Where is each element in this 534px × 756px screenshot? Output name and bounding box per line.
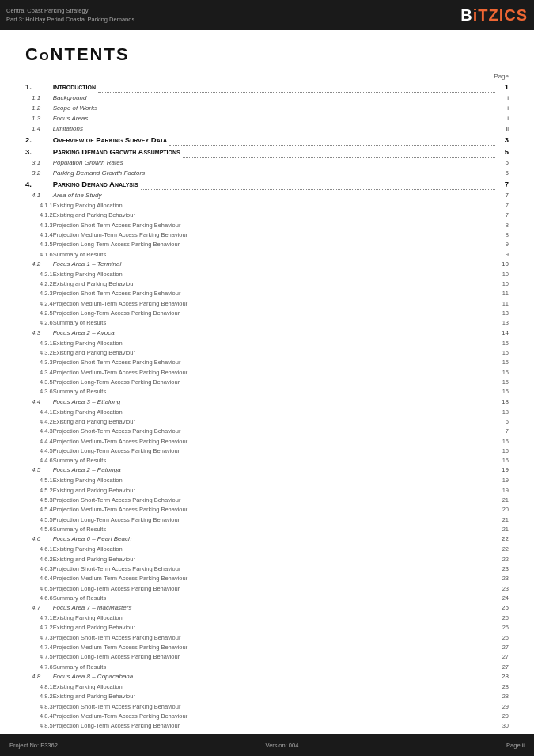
toc-dots (190, 644, 495, 652)
toc-dots (104, 193, 495, 200)
toc-num: 4.2.4 (25, 299, 53, 309)
toc-num: 4.7.2 (25, 623, 53, 633)
toc-row: 4.4.2Existing and Parking Behaviour6 (25, 417, 509, 427)
toc-page-num: 16 (498, 438, 509, 446)
toc-label-cell: Focus Area 1 – Terminal10 (53, 260, 509, 270)
toc-label-cell: Existing and Parking Behaviour10 (53, 279, 509, 289)
toc-num: 4.6.6 (25, 594, 53, 603)
toc-label-cell: Scope of Worksi (53, 104, 509, 114)
toc-label-cell: Focus Areasi (53, 114, 509, 124)
toc-num: 4.4.2 (25, 417, 53, 427)
toc-label-text: Projection Medium-Term Access Parking Be… (53, 506, 188, 514)
toc-label-text: Scope of Works (53, 104, 97, 113)
toc-page-num: 19 (498, 466, 509, 475)
toc-page-num: 27 (498, 644, 509, 652)
toc-page-num: 14 (498, 329, 509, 338)
toc-row: 4.3.3Projection Short-Term Access Parkin… (25, 358, 509, 367)
toc-row: 4.1.3Projection Short-Term Access Parkin… (25, 221, 509, 230)
toc-dots (138, 488, 495, 495)
toc-row: 4.3.4Projection Medium-Term Access Parki… (25, 368, 509, 378)
toc-num: 4.2.5 (25, 309, 53, 318)
footer-version: Version: 004 (266, 742, 299, 749)
toc-label-text: Existing and Parking Behaviour (53, 349, 135, 357)
toc-page-num: 13 (498, 319, 509, 327)
toc-num: 4.6.3 (25, 564, 53, 574)
toc-label-text: Projection Long-Term Access Parking Beha… (53, 585, 180, 593)
toc-dots (183, 704, 495, 711)
toc-page-num: 29 (498, 712, 509, 720)
toc-dots (138, 212, 495, 219)
toc-label-cell: Existing and Parking Behaviour28 (53, 692, 509, 701)
toc-page-num: 27 (498, 663, 509, 671)
toc-page-num: 23 (498, 585, 509, 593)
toc-dots (138, 281, 495, 288)
toc-label-cell: Projection Short-Term Access Parking Beh… (53, 427, 509, 436)
toc-page-num: 15 (498, 378, 509, 386)
toc-page-num: 7 (498, 427, 509, 435)
toc-label-cell: Projection Short-Term Access Parking Beh… (53, 358, 509, 367)
page-footer: Project No: P3362 Version: 004 Page ii (0, 734, 534, 756)
toc-row: 4.2.6Summary of Results13 (25, 318, 509, 328)
toc-num: 4.5.5 (25, 515, 53, 525)
toc-dots (138, 350, 495, 357)
toc-label-text: Existing Parking Allocation (53, 477, 123, 484)
toc-dots (125, 409, 495, 416)
toc-page-num: 24 (498, 595, 509, 602)
toc-dots (90, 116, 495, 123)
toc-dots (89, 96, 495, 103)
toc-row: 4.5Focus Area 2 – Patonga19 (25, 465, 509, 476)
toc-page-num: i (498, 104, 509, 113)
toc-num: 3.2 (25, 169, 53, 179)
toc-dots (138, 419, 495, 426)
toc-label-text: Summary of Results (53, 388, 107, 396)
toc-num: 4.3.5 (25, 378, 53, 387)
toc-row: 4.1Area of the Study7 (25, 191, 509, 201)
toc-num: 4.2.6 (25, 318, 53, 328)
toc-page-num: 13 (498, 310, 509, 317)
toc-dots (125, 340, 495, 348)
toc-dots (182, 448, 495, 455)
toc-dots (182, 241, 495, 249)
toc-page-num: 15 (498, 369, 509, 377)
toc-row: 4.3.2Existing and Parking Behaviour15 (25, 348, 509, 358)
toc-label-cell: Focus Area 2 – Avoca14 (53, 329, 509, 339)
toc-page-num: 18 (498, 398, 509, 407)
toc-label-text: Existing Parking Allocation (53, 683, 123, 691)
toc-page-num: 10 (498, 260, 509, 269)
toc-num: 4.3 (25, 329, 53, 339)
toc-num: 4.3.3 (25, 358, 53, 367)
toc-row: 1.1Backgroundi (25, 93, 509, 104)
toc-label-text: Existing Parking Allocation (53, 545, 123, 553)
toc-row: 4.8.2Existing and Parking Behaviour28 (25, 692, 509, 701)
toc-label-text: Parking Demand Analysis (53, 180, 138, 190)
toc-label-text: Projection Short-Term Access Parking Beh… (53, 359, 181, 367)
toc-row: 4.5.2Existing and Parking Behaviour19 (25, 486, 509, 496)
toc-label-cell: Existing Parking Allocation28 (53, 682, 509, 692)
toc-label-cell: Existing Parking Allocation19 (53, 476, 509, 485)
toc-label-cell: Parking Demand Growth Assumptions5 (53, 146, 509, 158)
toc-dots (108, 321, 495, 328)
toc-label-text: Projection Short-Term Access Parking Beh… (53, 222, 181, 230)
toc-label-text: Summary of Results (53, 319, 107, 327)
toc-dots (182, 310, 495, 317)
toc-page-num: 7 (498, 180, 509, 190)
toc-dots (190, 507, 495, 514)
toc-label-cell: Projection Short-Term Access Parking Beh… (53, 564, 509, 574)
toc-page-num: 6 (498, 169, 509, 178)
toc-dots (190, 439, 495, 446)
toc-label-text: Focus Area 8 – Copacabana (53, 673, 134, 682)
toc-row: 4.7.2Existing and Parking Behaviour26 (25, 623, 509, 633)
toc-label-text: Area of the Study (53, 192, 102, 200)
toc-label-text: Parking Demand Growth Assumptions (53, 147, 180, 158)
toc-page-num: 6 (498, 418, 509, 426)
toc-row: 4.3.1Existing Parking Allocation15 (25, 339, 509, 348)
toc-label-text: Existing Parking Allocation (53, 340, 123, 348)
toc-row: 4.5.5Projection Long-Term Access Parking… (25, 515, 509, 525)
toc-dots (85, 127, 495, 134)
toc-label-text: Existing and Parking Behaviour (53, 418, 135, 426)
toc-label-text: Projection Medium-Term Access Parking Be… (53, 712, 188, 720)
toc-page-num: 11 (498, 290, 509, 298)
toc-label-cell: Projection Short-Term Access Parking Beh… (53, 496, 509, 505)
header-text: Central Coast Parking Strategy Part 3: H… (6, 6, 134, 25)
toc-label-cell: Existing and Parking Behaviour22 (53, 555, 509, 564)
